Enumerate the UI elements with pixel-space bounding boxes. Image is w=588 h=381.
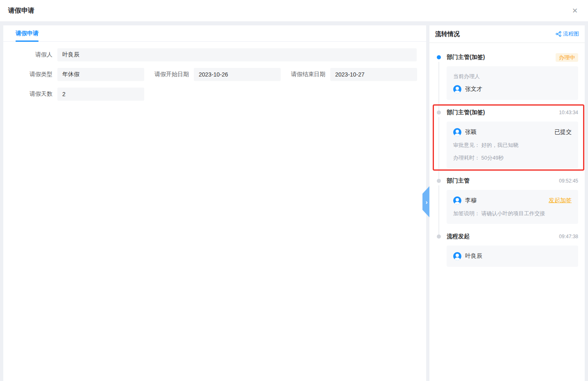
timeline-item-body: 流程发起09:47:38叶良辰 (447, 232, 578, 267)
timeline-card: 叶良辰 (447, 246, 578, 267)
timeline-item: 部门主管(加签)10:43:34张颖已提交审批意见： 好的，我已知晓办理耗时： … (434, 108, 578, 168)
detail-line: 加签说明： 请确认小叶的项目工作交接 (453, 210, 572, 217)
leave-application-window: { "header": { "title": "请假申请", "close_ic… (0, 0, 588, 381)
flow-panel-header: 流转情况 流程图 (429, 25, 585, 43)
timeline-dot (437, 55, 441, 59)
flowchart-link[interactable]: 流程图 (556, 30, 579, 38)
start-date-field[interactable]: 2023-10-26 (194, 68, 281, 81)
current-handler-label: 当前办理人 (453, 73, 572, 80)
timeline-dot (437, 234, 441, 239)
person-row: 叶良辰 (453, 252, 572, 260)
person-row: 李穆发起加签 (453, 196, 572, 205)
leave-type-label: 请假类型 (3, 71, 57, 78)
node-time: 09:47:38 (559, 234, 578, 239)
person-row: 张文才 (453, 85, 572, 93)
node-title: 部门主管(加签) (447, 54, 485, 61)
timeline-item-body: 部门主管(加签)10:43:34张颖已提交审批意见： 好的，我已知晓办理耗时： … (447, 108, 578, 168)
timeline-dot (437, 110, 441, 115)
timeline-item-body: 部门主管(加签)办理中当前办理人张文才 (447, 53, 578, 100)
person-name: 叶良辰 (465, 252, 482, 260)
timeline-title-row: 部门主管09:52:45 (447, 177, 578, 185)
node-title: 部门主管 (447, 177, 470, 185)
detail-line: 办理耗时： 50分49秒 (453, 154, 572, 162)
detail-line: 审批意见： 好的，我已知晓 (453, 142, 572, 149)
timeline-rail (434, 177, 447, 224)
timeline-item: 流程发起09:47:38叶良辰 (434, 232, 578, 267)
applicant-field[interactable]: 叶良辰 (57, 48, 417, 61)
node-title: 部门主管(加签) (447, 109, 485, 116)
window-title: 请假申请 (8, 7, 34, 15)
node-time: 10:43:34 (559, 110, 578, 115)
timeline-title-row: 部门主管(加签)10:43:34 (447, 108, 578, 117)
end-date-label: 请假结束日期 (281, 71, 330, 78)
close-icon[interactable]: ✕ (569, 0, 581, 21)
person-name: 李穆 (465, 197, 477, 204)
user-avatar-icon (453, 85, 461, 93)
timeline-title-row: 流程发起09:47:38 (447, 232, 578, 241)
applicant-label: 请假人 (3, 51, 57, 59)
start-date-label: 请假开始日期 (144, 71, 194, 78)
initiate-countersign-link[interactable]: 发起加签 (549, 197, 572, 204)
timeline-rail (434, 232, 447, 267)
timeline-card: 李穆发起加签加签说明： 请确认小叶的项目工作交接 (447, 190, 578, 224)
status-badge: 办理中 (556, 53, 578, 62)
days-label: 请假天数 (3, 90, 57, 98)
end-date-field[interactable]: 2023-10-27 (330, 68, 417, 81)
timeline-item: 部门主管09:52:45李穆发起加签加签说明： 请确认小叶的项目工作交接 (434, 177, 578, 224)
user-avatar-icon (453, 196, 461, 205)
timeline-card: 张颖已提交审批意见： 好的，我已知晓办理耗时： 50分49秒 (447, 122, 578, 168)
form-row-days: 请假天数 2 (3, 88, 426, 101)
person-name: 张颖 (465, 129, 477, 136)
timeline-dot (437, 179, 441, 183)
form-row-dates: 请假类型 年休假 请假开始日期 2023-10-26 请假结束日期 2023-1… (3, 68, 426, 81)
timeline-item: 部门主管(加签)办理中当前办理人张文才 (434, 53, 578, 100)
flow-status-panel: 流转情况 流程图 部门主管(加签)办理中当前办理人张文才部门主管(加签)10:4… (429, 25, 585, 381)
days-field[interactable]: 2 (57, 88, 144, 101)
submit-status-text: 已提交 (554, 129, 572, 136)
timeline-title-row: 部门主管(加签)办理中 (447, 53, 578, 61)
person-name: 张文才 (465, 86, 482, 93)
tab-leave-application[interactable]: 请假申请 (16, 25, 39, 41)
user-avatar-icon (453, 128, 461, 136)
form-tabbar: 请假申请 (3, 25, 426, 42)
timeline-rail (434, 108, 447, 168)
node-title: 流程发起 (447, 233, 470, 240)
timeline: 部门主管(加签)办理中当前办理人张文才部门主管(加签)10:43:34张颖已提交… (429, 43, 585, 267)
window-header: 请假申请 ✕ (0, 0, 588, 21)
user-avatar-icon (453, 252, 461, 260)
person-row: 张颖已提交 (453, 128, 572, 136)
flowchart-icon (556, 31, 561, 37)
leave-form: 请假人 叶良辰 请假类型 年休假 请假开始日期 2023-10-26 请假结束日… (3, 42, 426, 101)
timeline-item-body: 部门主管09:52:45李穆发起加签加签说明： 请确认小叶的项目工作交接 (447, 177, 578, 224)
leave-type-field[interactable]: 年休假 (57, 68, 144, 81)
form-row-applicant: 请假人 叶良辰 (3, 48, 426, 61)
flowchart-link-label: 流程图 (563, 30, 579, 38)
leave-form-panel: 请假申请 请假人 叶良辰 请假类型 年休假 请假开始日期 2023-10-26 … (3, 25, 426, 381)
node-time: 09:52:45 (559, 178, 578, 184)
chevron-right-icon: › (426, 198, 428, 205)
flow-panel-title: 流转情况 (435, 30, 460, 38)
timeline-card: 当前办理人张文才 (447, 66, 578, 100)
timeline-rail (434, 53, 447, 100)
